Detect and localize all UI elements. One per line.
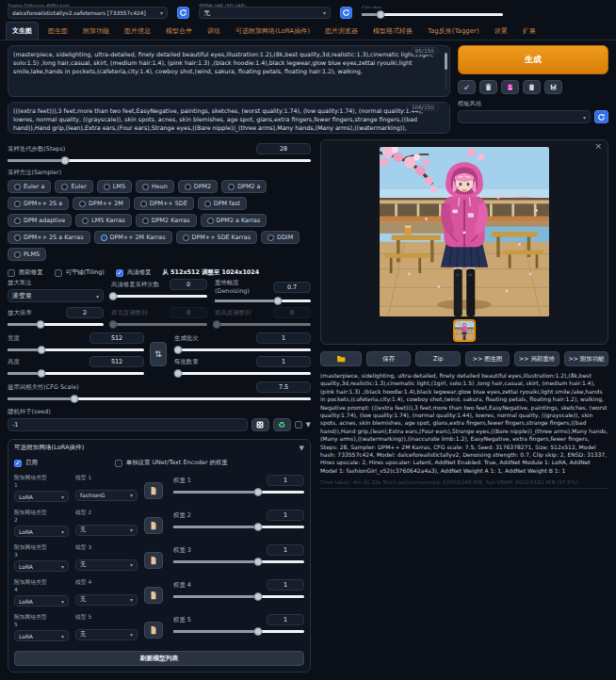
- sampler-option[interactable]: PLMS: [8, 248, 46, 261]
- negative-prompt-input[interactable]: (((extra feet))),3 feet,more than two fe…: [8, 102, 450, 134]
- tab-train[interactable]: 训练: [202, 23, 226, 40]
- height-value[interactable]: 512: [89, 356, 144, 367]
- tab-tagger[interactable]: Tag反推(Tagger): [422, 23, 485, 40]
- generated-image[interactable]: [380, 147, 549, 316]
- tab-settings[interactable]: 设置: [489, 23, 513, 40]
- send-to-extras-button[interactable]: >> 附加功能: [564, 351, 608, 366]
- generate-button[interactable]: 生成: [458, 45, 608, 74]
- slider-handle[interactable]: [254, 523, 263, 531]
- styles-select[interactable]: ▾: [458, 110, 591, 123]
- zip-button[interactable]: Zip: [415, 351, 460, 366]
- tab-png-info[interactable]: 图片信息: [119, 23, 156, 40]
- sampler-option[interactable]: DPM++ 2S a: [8, 197, 69, 210]
- slider-handle[interactable]: [70, 395, 78, 403]
- slider-handle[interactable]: [254, 488, 263, 496]
- tiling-checkbox[interactable]: [55, 269, 62, 277]
- slider-handle[interactable]: [36, 320, 44, 329]
- denoising-value[interactable]: 0.7: [273, 282, 311, 293]
- sampler-option[interactable]: LMS Karras: [75, 214, 132, 227]
- sampler-option[interactable]: DPM fast: [198, 197, 247, 210]
- save-style-button[interactable]: [544, 80, 562, 94]
- lora-separate-weights-checkbox[interactable]: [115, 460, 122, 467]
- lora-model-select[interactable]: 无▾: [75, 594, 138, 606]
- lora-info-button[interactable]: [144, 482, 163, 499]
- lora-weight-slider[interactable]: [173, 592, 304, 601]
- batch-count-value[interactable]: 1: [256, 332, 311, 344]
- slider-handle[interactable]: [254, 592, 263, 601]
- upscale-by-value[interactable]: 2: [66, 307, 104, 318]
- send-to-inpaint-button[interactable]: >> 局部重绘: [514, 351, 559, 366]
- swap-dimensions-button[interactable]: ⇅: [150, 342, 167, 366]
- width-slider[interactable]: [8, 346, 144, 354]
- lora-weight-value[interactable]: 1: [267, 510, 304, 521]
- batch-count-slider[interactable]: [174, 346, 311, 354]
- lora-info-button[interactable]: [144, 587, 163, 604]
- hires-steps-value[interactable]: 0: [170, 279, 207, 290]
- reuse-seed-button[interactable]: ♻: [273, 418, 291, 431]
- lora-weight-slider[interactable]: [173, 627, 304, 636]
- tab-model-converter[interactable]: 模型格式转换: [367, 23, 418, 40]
- lora-weight-value[interactable]: 1: [267, 544, 304, 556]
- tab-extras[interactable]: 附加功能: [77, 23, 115, 40]
- extra-seed-checkbox[interactable]: [295, 421, 302, 429]
- close-icon[interactable]: ×: [594, 141, 602, 151]
- sampler-option[interactable]: DPM++ SDE: [134, 197, 194, 210]
- cfg-value[interactable]: 7.5: [256, 381, 311, 393]
- sampler-option[interactable]: DPM2 a: [221, 180, 267, 193]
- open-folder-button[interactable]: [320, 351, 362, 366]
- hires-steps-slider[interactable]: [111, 292, 207, 300]
- lora-model-select[interactable]: fashionG▾: [75, 490, 138, 501]
- batch-size-value[interactable]: 1: [256, 356, 311, 367]
- clip-skip-slider[interactable]: [362, 10, 503, 19]
- sampler-option[interactable]: DDIM: [261, 231, 300, 244]
- steps-slider[interactable]: [8, 156, 311, 165]
- lora-weight-value[interactable]: 1: [267, 475, 304, 486]
- lora-type-select[interactable]: LoRA▾: [14, 630, 69, 641]
- slider-handle[interactable]: [274, 297, 283, 305]
- clear-prompt-button[interactable]: [479, 80, 497, 94]
- seed-input[interactable]: -1: [8, 418, 248, 431]
- gallery-thumbnail[interactable]: [453, 319, 476, 342]
- sampler-option[interactable]: DPM2 a Karras: [201, 214, 267, 227]
- lora-type-select[interactable]: LoRA▾: [14, 491, 69, 502]
- sampler-option[interactable]: Euler a: [8, 180, 51, 193]
- sampler-option[interactable]: DPM2 Karras: [136, 214, 197, 227]
- sampler-option[interactable]: LMS: [97, 180, 132, 193]
- restore-faces-checkbox[interactable]: [8, 269, 15, 277]
- refresh-vae-button[interactable]: [340, 7, 352, 19]
- slider-handle[interactable]: [174, 346, 183, 354]
- prompt-scrollbar[interactable]: [445, 53, 447, 89]
- lora-model-select[interactable]: 无▾: [75, 525, 138, 536]
- refresh-styles-button[interactable]: [594, 110, 608, 123]
- sampler-option[interactable]: DPM2: [178, 180, 218, 193]
- slider-handle[interactable]: [109, 292, 118, 300]
- slider-handle[interactable]: [254, 558, 263, 566]
- lora-type-select[interactable]: LoRA▾: [14, 526, 69, 537]
- hires-fix-checkbox[interactable]: ✓: [116, 269, 123, 277]
- save-button[interactable]: 保存: [366, 351, 411, 366]
- cfg-slider[interactable]: [8, 395, 311, 403]
- lora-weight-slider[interactable]: [173, 488, 304, 496]
- lora-weight-slider[interactable]: [173, 523, 304, 531]
- tab-image-browser[interactable]: 图片浏览器: [319, 23, 364, 40]
- height-slider[interactable]: [8, 369, 144, 378]
- refresh-checkpoint-button[interactable]: [177, 7, 189, 19]
- lora-type-select[interactable]: LoRA▾: [14, 560, 69, 572]
- lora-enable-checkbox[interactable]: ✓: [14, 460, 22, 467]
- collapse-chevron-icon[interactable]: ▼: [300, 445, 304, 452]
- lora-model-select[interactable]: 无▾: [75, 629, 138, 640]
- steps-value[interactable]: 28: [256, 143, 311, 154]
- sampler-option[interactable]: DPM++ SDE Karras: [176, 231, 257, 244]
- checkpoint-select[interactable]: dalceforealistictallyv2.safetensors [733…: [8, 7, 168, 19]
- lora-info-button[interactable]: [144, 622, 163, 639]
- send-to-img2img-button[interactable]: >> 图生图: [465, 351, 510, 366]
- tab-txt2img[interactable]: 文生图: [6, 22, 39, 40]
- lora-weight-value[interactable]: 1: [267, 579, 304, 591]
- paste-params-button[interactable]: ↙: [458, 80, 476, 94]
- sampler-option[interactable]: Heun: [136, 180, 174, 193]
- prompt-input[interactable]: (masterpiece, sidelighting, ultra-detail…: [8, 45, 450, 97]
- width-value[interactable]: 512: [89, 332, 144, 344]
- lora-weight-slider[interactable]: [173, 558, 304, 566]
- slider-handle[interactable]: [38, 369, 46, 378]
- vae-select[interactable]: 无 ▾: [199, 7, 331, 19]
